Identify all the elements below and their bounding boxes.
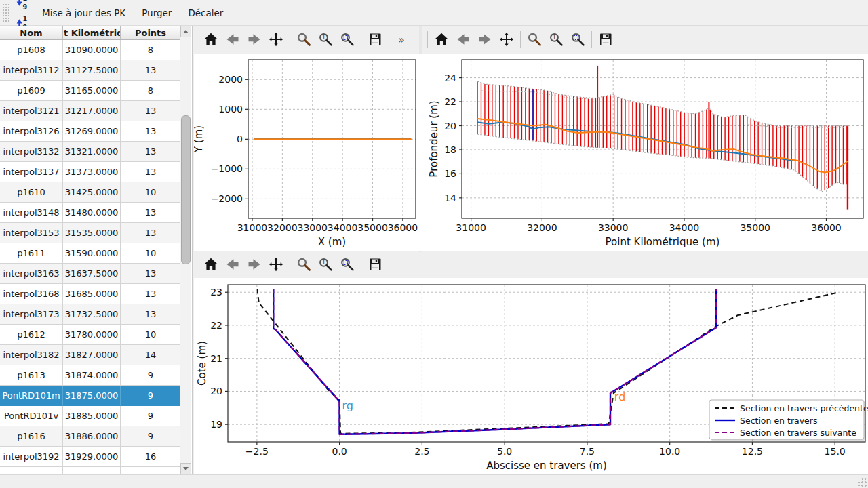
table-row-interpol3182[interactable]: interpol318231827.000014 [0,345,180,365]
back-button[interactable] [452,28,474,50]
table-row-p1608[interactable]: p160831090.00008 [0,40,180,60]
zoom-one-button[interactable]: 1 [545,28,567,50]
table-row-interpol3112[interactable]: interpol311231127.500013 [0,60,180,81]
cell-points: 8 [121,40,180,60]
table-row-p1616[interactable]: p161631886.00009 [0,426,180,447]
table-row-interpol3192[interactable]: interpol319231929.000016 [0,447,180,467]
table-row-interpol3168[interactable]: interpol316831685.000013 [0,284,180,304]
pan-button[interactable] [265,28,287,50]
toolbar-separator [520,30,521,48]
forward-icon [246,31,262,47]
zoom-one-icon: 1 [317,256,334,272]
resize-grip[interactable] [857,477,867,487]
toolbar-drag-handle[interactable] [1,3,9,23]
table-row-interpol3126[interactable]: interpol312631269.000013 [0,121,180,142]
table-row-interpol3137[interactable]: interpol313731373.000013 [0,162,180,182]
svg-text:14: 14 [444,192,456,203]
svg-text:21: 21 [210,353,222,364]
pan-button[interactable] [496,28,517,50]
update-pk-button[interactable]: Mise à jour des PK [35,3,132,22]
annotation-rd: rd [614,390,625,403]
save-button[interactable] [364,28,386,50]
cell-points: 13 [121,121,180,142]
cell-nom: interpol3132 [0,142,63,162]
back-icon [455,31,471,47]
column-header-nom[interactable]: Nom [0,26,63,39]
table-row-PontRD101m[interactable]: PontRD101m31875.00009 [0,386,180,406]
svg-text:1: 1 [22,15,27,22]
cell-points: 13 [121,101,180,121]
toolbar-separator [197,256,197,273]
save-button[interactable] [595,28,616,50]
toolbar-overflow-button[interactable]: » [398,33,405,46]
column-header-points[interactable]: Points [121,26,180,39]
svg-text:−1000: −1000 [211,163,243,174]
section-plot[interactable]: −2.50.02.55.07.510.012.515.01920212223Ab… [194,278,868,474]
svg-text:Section en travers suivante: Section en travers suivante [740,428,856,438]
back-button[interactable] [222,28,243,50]
toolbar-separator [591,30,592,48]
plots-area: 1» 1 1 310003200033000340003500036000−20… [193,26,868,474]
cell-points: 9 [121,365,180,386]
toolbar-separator [427,30,428,48]
sort-descending-button[interactable]: 19 [12,0,33,13]
svg-text:−2000: −2000 [211,193,243,204]
home-button[interactable] [200,28,222,50]
trace-plot-toolbar: 1» [194,26,418,53]
svg-text:31000: 31000 [456,222,486,233]
zoom-button[interactable] [293,253,315,275]
cell-pk: 31127.5000 [63,60,121,81]
table-row-PontRD101v[interactable]: PontRD101v31885.00009 [0,406,180,426]
table-row-interpol3121[interactable]: interpol312131217.000013 [0,101,180,121]
trace-plot[interactable]: 310003200033000340003500036000−2000−1000… [194,54,422,251]
cell-nom: PontRD101v [0,406,63,426]
cell-points: 9 [121,406,180,426]
table-scrollbar[interactable] [180,26,191,474]
table-row-interpol3153[interactable]: interpol315331535.000013 [0,223,180,243]
shift-button[interactable]: Décaler [181,3,230,22]
table-row-p1612[interactable]: p161231780.000010 [0,325,180,345]
home-button[interactable] [200,253,222,275]
zoom-one-button[interactable]: 1 [315,253,336,275]
save-button[interactable] [364,253,386,275]
forward-button[interactable] [243,253,265,275]
svg-text:20: 20 [210,386,222,396]
svg-text:5.0: 5.0 [497,446,512,457]
scroll-down-button[interactable] [180,463,191,474]
x-axis-label: Abscisse en travers (m) [486,460,607,472]
zoom-fit-button[interactable] [336,28,358,50]
table-row-p1610[interactable]: p161031425.000010 [0,182,180,203]
back-button[interactable] [222,253,243,275]
forward-button[interactable] [474,28,496,50]
profile-plot[interactable]: 3100032000330003400035000360001416182022… [422,54,868,251]
zoom-button[interactable] [293,28,315,50]
svg-text:16: 16 [444,168,456,179]
zoom-fit-button[interactable] [567,28,589,50]
cell-points: 10 [121,243,180,264]
zoom-button[interactable] [524,28,545,50]
zoom-fit-button[interactable] [336,253,358,275]
purge-button[interactable]: Purger [135,3,178,22]
forward-button[interactable] [243,28,265,50]
cell-points: 13 [121,284,180,304]
scroll-up-button[interactable] [180,26,191,37]
table-row-interpol3173[interactable]: interpol317331732.500013 [0,304,180,325]
back-icon [224,256,241,272]
pan-icon [268,31,284,47]
table-row-interpol3132[interactable]: interpol313231321.000013 [0,142,180,162]
home-button[interactable] [431,28,452,50]
legend: Section en travers précédenteSection en … [709,400,868,441]
zoom-one-button[interactable]: 1 [315,28,336,50]
table-row-interpol3163[interactable]: interpol316331637.500013 [0,264,180,284]
cell-points: 8 [121,81,180,101]
svg-text:Section en travers précédente: Section en travers précédente [740,403,868,413]
column-header-pk[interactable]: t Kilométrique [63,26,121,39]
table-row-interpol3148[interactable]: interpol314831480.000013 [0,203,180,223]
table-row-p1611[interactable]: p161131590.000010 [0,243,180,264]
pan-button[interactable] [265,253,287,275]
scrollbar-thumb[interactable] [181,115,191,264]
svg-text:31000: 31000 [237,222,268,233]
table-row-p1613[interactable]: p161331874.00009 [0,365,180,386]
table-row-p1609[interactable]: p160931165.00008 [0,81,180,101]
section-plot-toolbar: 1 [194,251,669,278]
